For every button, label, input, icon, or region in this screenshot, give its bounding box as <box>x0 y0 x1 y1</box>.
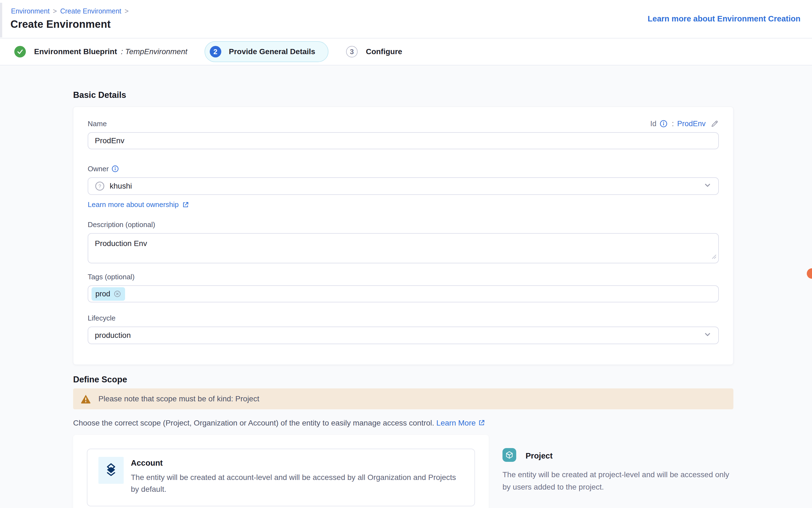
step-blueprint-value: : TempEnvironment <box>121 47 187 56</box>
page-header: Environment > Create Environment > Creat… <box>0 0 812 39</box>
account-option-title: Account <box>131 459 465 468</box>
breadcrumb-environment[interactable]: Environment <box>11 7 49 15</box>
tags-label: Tags (optional) <box>88 272 719 282</box>
step-provide-general-details[interactable]: 2 Provide General Details <box>205 41 329 62</box>
scope-instruction-text: Choose the correct scope (Project, Organ… <box>73 419 434 427</box>
id-info-icon[interactable] <box>660 120 668 128</box>
tag-chip-text: prod <box>95 290 110 298</box>
define-scope-heading: Define Scope <box>73 375 733 385</box>
step-label: Environment Blueprint <box>34 47 117 56</box>
id-row: Id : ProdEnv <box>650 120 719 128</box>
owner-select[interactable]: ? khushi <box>88 177 719 195</box>
warning-text: Please note that scope must be of kind: … <box>98 394 259 403</box>
external-link-icon <box>182 201 189 208</box>
scope-options-panel: Account The entity will be created at ac… <box>73 435 489 508</box>
left-edge-strip <box>0 3 2 37</box>
owner-label-text: Owner <box>88 164 109 173</box>
step-number-badge: 2 <box>210 46 221 57</box>
tags-input[interactable]: prod <box>88 285 719 302</box>
scope-instruction: Choose the correct scope (Project, Organ… <box>73 419 733 428</box>
resize-handle-icon[interactable] <box>711 252 717 261</box>
account-layers-icon <box>98 457 124 484</box>
step-label: Configure <box>366 47 402 56</box>
owner-select-value: khushi <box>110 182 132 190</box>
id-colon: : <box>672 120 674 128</box>
step-number-badge: 3 <box>346 46 357 57</box>
project-cube-icon <box>503 448 516 462</box>
edit-id-pencil-icon[interactable] <box>711 120 719 128</box>
owner-label: Owner <box>88 164 719 173</box>
question-circle-icon: ? <box>95 181 105 191</box>
learn-more-environment-creation-link[interactable]: Learn more about Environment Creation <box>648 14 801 24</box>
tag-chip: prod <box>91 287 125 301</box>
remove-tag-icon[interactable] <box>114 290 121 298</box>
project-option-title: Project <box>525 451 553 460</box>
project-option-description: The entity will be created at project-le… <box>503 468 733 494</box>
svg-text:?: ? <box>98 184 101 189</box>
basic-details-heading: Basic Details <box>73 90 733 100</box>
scope-warning-banner: Please note that scope must be of kind: … <box>73 388 733 409</box>
step-label: Provide General Details <box>229 47 315 56</box>
floating-help-button[interactable] <box>807 268 812 279</box>
breadcrumb: Environment > Create Environment > <box>0 0 812 15</box>
step-configure[interactable]: 3 Configure <box>346 46 402 57</box>
name-input[interactable]: ProdEnv <box>88 132 719 149</box>
name-input-value: ProdEnv <box>95 136 124 145</box>
description-label: Description (optional) <box>88 220 719 229</box>
description-value: Production Env <box>95 239 147 248</box>
name-label: Name <box>88 119 106 128</box>
wizard-stepper: Environment Blueprint : TempEnvironment … <box>0 39 812 66</box>
scope-option-account[interactable]: Account The entity will be created at ac… <box>87 449 475 506</box>
basic-details-card: Name Id : ProdEnv ProdEnv <box>73 107 733 365</box>
create-environment-page: Environment > Create Environment > Creat… <box>0 0 812 508</box>
external-link-icon <box>478 419 485 428</box>
chevron-down-icon <box>703 330 712 341</box>
lifecycle-label: Lifecycle <box>88 313 719 323</box>
description-textarea[interactable]: Production Env <box>88 233 719 263</box>
check-icon <box>14 46 26 57</box>
learn-more-ownership-link[interactable]: Learn more about ownership <box>88 200 719 209</box>
account-option-description: The entity will be created at account-le… <box>131 471 465 495</box>
learn-more-link[interactable]: Learn More <box>436 419 476 427</box>
breadcrumb-create-environment[interactable]: Create Environment <box>60 7 121 15</box>
id-value: ProdEnv <box>677 120 706 128</box>
link-text: Learn more about ownership <box>88 200 179 209</box>
breadcrumb-separator: > <box>53 7 57 15</box>
breadcrumb-separator: > <box>125 7 129 15</box>
lifecycle-select-value: production <box>95 331 131 340</box>
warning-triangle-icon <box>80 393 91 405</box>
owner-info-icon[interactable] <box>112 165 119 172</box>
step-environment-blueprint[interactable]: Environment Blueprint : TempEnvironment <box>14 46 187 57</box>
project-scope-section: Project The entity will be created at pr… <box>503 435 733 508</box>
chevron-down-icon <box>703 181 712 191</box>
id-label: Id <box>650 120 656 128</box>
lifecycle-select[interactable]: production <box>88 327 719 344</box>
